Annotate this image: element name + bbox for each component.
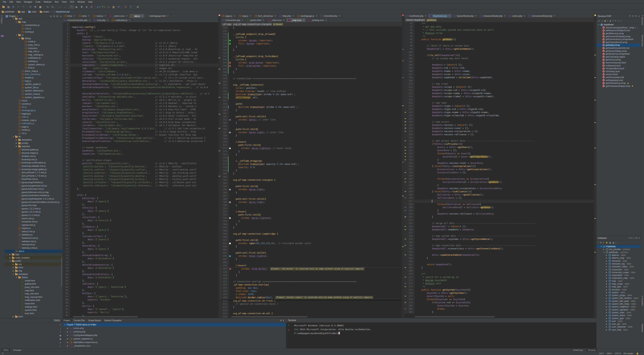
tree-file-bootstrap-image-gallery.js[interactable]: JSbootstrap-image-gallery.js [4,168,62,171]
structure-method-hasAccess[interactable]: mhasAccess(user):bool [596,61,641,64]
tree-file-demo_map.js[interactable]: JSdemo_map.js [4,70,62,73]
structure-method-getSystems[interactable]: mgetSystems():array|mixed [596,53,641,56]
tab-MapModel.php[interactable]: phpMapModel.php✕ [428,14,452,18]
tab-cortex.php[interactable]: phpcortex.php✕ [507,14,527,18]
debug-icon[interactable]: ✱ [80,5,84,9]
tab-ConnectionModel.php[interactable]: phpConnectionModel.php✕ [527,14,557,18]
database-toolbar-icon-6[interactable]: » [615,242,616,244]
save-icon[interactable]: ▤ [6,5,10,9]
error-stripe[interactable] [402,14,404,318]
tab-_colors.scss[interactable]: S_colors.scss✕ [108,14,129,18]
tree-folder-requirejs[interactable]: ▶requirejs [4,145,62,148]
vcs-commit-icon[interactable]: ⇡VCS [102,5,106,9]
todo-side-icon-0[interactable]: ⤒ [60,324,61,326]
close-icon[interactable]: ✕ [475,15,476,17]
todo-side-icon-1[interactable]: ⤓ [60,327,61,330]
tree-file-bootstrap-confirmation.js[interactable]: JSbootstrap-confirmation.js [4,161,62,164]
tree-file-counter.js[interactable]: JScounter.js [4,102,62,106]
structure-toolbar-icon-8[interactable]: » [620,20,622,22]
close-icon[interactable]: ✕ [262,19,264,21]
tab-_landing.scss[interactable]: S_landing.scss✕ [306,18,328,22]
close-icon[interactable]: ✕ [250,15,251,17]
tree-file-morris.min.js[interactable]: JSmorris.min.js [4,217,62,220]
close-icon[interactable]: ✕ [107,19,108,21]
undo-icon[interactable]: ↶ [16,5,20,9]
paste-icon[interactable]: ▦ [38,5,42,9]
tab-map.js[interactable]: JSmap.js✕ [237,14,253,18]
tree-file-map_manual.html[interactable]: 5map_manual.html [4,295,62,299]
structure-header-icon-1[interactable]: ⇅ [632,15,634,17]
tree-file-logging.js[interactable]: JSlogging.js [4,112,62,115]
tree-file-dom.jsPlumb-1.7.5-min.js[interactable]: JSdom.jsPlumb-1.7.5-min.js [4,174,62,178]
cherry-pick-icon[interactable]: ⌂ [106,5,111,9]
copy-icon[interactable]: ⧉ [33,5,38,9]
tree-file-logo.js[interactable]: JSlogo.js [4,79,62,83]
db-system_signature[interactable]: ▶system_signature: table [596,308,641,311]
tree-folder-node_modules[interactable]: ▶node_modules [4,256,62,259]
database-toolbar-icon-5[interactable]: ◨ [612,242,614,244]
horizontal-scrollbar[interactable] [415,316,593,318]
tree-file-map_info.html[interactable]: 5map_info.html [4,292,62,295]
tree-folder-public[interactable]: ▼public [4,259,62,263]
replace-icon[interactable] [50,5,54,9]
tree-file-header.js[interactable]: JSheader.js [4,76,62,79]
todo-tab-scope-based[interactable]: Scope Based [86,319,102,322]
open-icon[interactable] [2,5,6,9]
tree-folder-lib[interactable]: ▼lib [4,135,62,138]
db-map_type[interactable]: ▶map_type: table [596,285,641,288]
structure-method-getCharactersData[interactable]: mgetCharactersData():array🔒 [596,85,641,88]
close-icon[interactable]: ✕ [141,15,143,17]
toolwindow-button-terminal[interactable]: Terminal [586,349,597,351]
tree-file-slidebars.js[interactable]: JSslidebars.js [4,233,62,236]
menu-tools[interactable]: Tools [60,0,68,4]
structure-header-icon-3[interactable]: ⇥ [638,15,640,17]
menu-file[interactable]: File [2,0,8,4]
todo-header-icon-0[interactable]: ⚙ [280,319,282,322]
structure-method-getSystem[interactable]: mgetSystem(systemId):null [596,47,641,50]
close-icon[interactable]: ✕ [292,15,294,17]
toolwindow-switcher-icon[interactable]: ⊞ [2,352,4,355]
todo-found-row[interactable]: ▼Found 7 TODO items in 6 files [63,323,286,326]
structure-method-getUserData[interactable]: mgetUserData():object [596,56,641,59]
close-icon[interactable]: ✕ [316,15,317,17]
tree-file-settings.html[interactable]: 5settings.html [4,305,62,308]
tree-folder-pnotify[interactable]: ▶pnotify [4,142,62,145]
tree-file-bootstrap.min.js[interactable]: JSbootstrap.min.js [4,158,62,161]
todo-tab-current-file[interactable]: Current File [72,319,86,322]
tree-file-jquery.dragToSelect.js[interactable]: JSjquery.dragToSelect.js [4,181,62,184]
close-icon[interactable]: ✕ [74,15,75,17]
structure-method-isPrivate[interactable]: misPrivate():bool [596,70,641,73]
tree-folder-templates[interactable]: ▼templates [4,272,62,276]
todo-file-dataTables.responsive.js[interactable]: ▶JSdataTables.responsive.js [63,340,286,344]
db-alliance_map[interactable]: ▶alliance_map: table [596,257,641,259]
menu-navigate[interactable]: Navigate [22,0,34,4]
todo-file-_dropdowns.scss[interactable]: ▶S_dropdowns.scss [63,344,286,347]
structure-root[interactable]: ▼cMapModel [596,23,641,26]
close-icon[interactable]: ✕ [325,19,327,21]
tree-file-overlay.js[interactable]: JSoverlay.js [4,30,62,34]
tree-file-system.html[interactable]: 5system.html [4,308,62,312]
db-character[interactable]: ▶character: table [596,259,641,262]
tree-file-bootbox.min.js[interactable]: JSbootbox.min.js [4,155,62,158]
lock-icon[interactable]: 🔒 [636,352,639,355]
tree-folder-ui[interactable]: ▼ui [4,34,62,37]
new-session-icon[interactable]: + [288,324,290,326]
structure-toolbar-icon-4[interactable]: ◆ [610,20,611,22]
tree-file-map.js[interactable]: JSmap.js [4,27,62,30]
context-chip[interactable]: &:hover [273,23,283,26]
structure-method-clearAccess[interactable]: mclearAccess([clearKeys : array = ... [596,26,641,29]
caret-position[interactable]: 147:1 [599,352,604,354]
tree-folder-dialog[interactable]: ▼dialog [4,37,62,40]
todo-tab-default-changelist[interactable]: Default Changelist [102,319,123,322]
tree-file-EasePack.min.js[interactable]: JSEasePack.min.js [4,178,62,181]
tree-file-notification.js[interactable]: JSnotification.js [4,122,62,125]
close-icon[interactable]: ✕ [104,15,106,17]
db-corporation[interactable]: ▶corporation: table [596,274,641,277]
close-icon[interactable]: ✕ [504,15,506,17]
structure-method-setData[interactable]: msetData(data):void [596,79,641,82]
db-sessions[interactable]: ▶sessions: table [596,288,641,291]
database-toolbar-icon-3[interactable]: ⚡ [606,242,608,244]
todo-file-cortex.php[interactable]: ▶phpcortex.php [63,326,286,330]
tree-file-jquery.fullscreen.min.js.map[interactable]: {}jquery.fullscreen.min.js.map [4,191,62,194]
context-chip[interactable]: \Model\MapModel [405,19,426,22]
